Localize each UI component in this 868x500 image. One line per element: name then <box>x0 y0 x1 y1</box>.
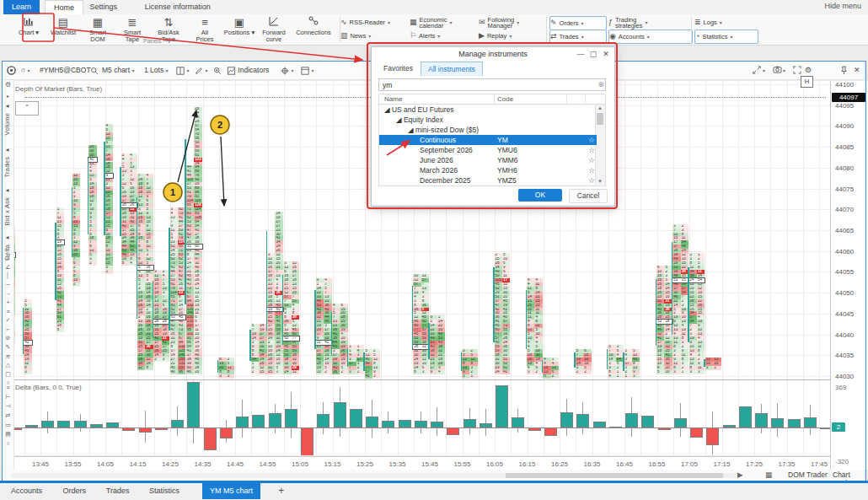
tab-favorites[interactable]: Favorites <box>377 62 420 75</box>
delta-bar[interactable] <box>415 421 427 427</box>
expand-rail-icon[interactable]: ▸ <box>3 93 13 99</box>
gear-icon[interactable]: ⚙ <box>3 81 13 89</box>
camera-icon[interactable] <box>773 66 782 75</box>
chevron-down-icon[interactable]: ▾ <box>437 34 440 39</box>
draw-icon[interactable]: ▾ <box>195 62 207 79</box>
delta-bar[interactable] <box>560 412 573 427</box>
ribbon-tab-learn[interactable]: Learn <box>3 0 40 14</box>
delta-bar[interactable] <box>804 417 817 427</box>
ribbon-button-news[interactable]: ▥News▾ <box>340 30 406 42</box>
column-code[interactable]: Code <box>497 95 513 103</box>
ribbon-button-smart[interactable]: ▦Smart DOM <box>81 15 115 43</box>
delta-bar[interactable] <box>334 402 346 427</box>
chevron-down-icon[interactable]: ▾ <box>730 35 732 40</box>
workspace-tab-statistics[interactable]: Statistics <box>142 483 187 499</box>
ribbon-button-economic[interactable]: ▦Economic calendar▾ <box>410 16 475 29</box>
ok-button[interactable]: OK <box>518 189 562 202</box>
delta-bar[interactable] <box>544 427 557 436</box>
delta-bar[interactable] <box>593 422 606 427</box>
delta-bar[interactable] <box>41 421 54 427</box>
delta-bar[interactable] <box>755 413 768 427</box>
chevron-down-icon[interactable]: ▾ <box>517 20 519 25</box>
clear-search-icon[interactable]: ⊗ <box>597 80 604 89</box>
ribbon-tab-home[interactable]: Home <box>45 0 83 15</box>
chevron-down-icon[interactable]: ▾ <box>581 35 584 40</box>
layout-icon[interactable]: ▾ <box>301 62 313 79</box>
delta-bar[interactable] <box>171 420 184 427</box>
instrument-row-equity-index[interactable]: ◢ Equity Index <box>379 115 597 125</box>
chevron-down-icon[interactable]: ▾ <box>783 66 785 74</box>
scrollbar-thumb[interactable] <box>506 473 723 478</box>
latest-price-button[interactable]: H <box>801 76 813 88</box>
timeframe-selector[interactable]: M5 chart ▾ <box>102 62 134 79</box>
instrument-row-continuous[interactable]: ContinuousYM☆ <box>379 135 597 145</box>
chart-logo-icon[interactable] <box>7 62 16 79</box>
scroll-right-icon[interactable]: ▶ <box>737 470 743 479</box>
ribbon-button-accounts[interactable]: ◉Accounts▾ <box>608 30 693 44</box>
close-icon[interactable]: ✕ <box>601 50 611 58</box>
resize-icon[interactable] <box>753 66 761 76</box>
search-icon[interactable] <box>90 62 99 79</box>
gear-icon[interactable]: ⚙ <box>805 66 812 74</box>
workspace-tab-trades[interactable]: Trades <box>99 483 137 499</box>
scroll-down-icon[interactable]: ▼ <box>597 179 603 184</box>
pin-icon[interactable] <box>840 66 848 77</box>
delta-bar[interactable] <box>204 427 217 450</box>
minimize-icon[interactable]: — <box>576 50 586 58</box>
delta-bar[interactable] <box>220 427 233 438</box>
crosshair-icon[interactable]: ▾ <box>281 62 293 79</box>
delta-tool-icon[interactable]: ⊢ <box>3 394 13 401</box>
connection-status-icon[interactable]: ○ ▾ <box>21 62 30 79</box>
draw-tool-icon[interactable]: ⌐ <box>3 326 13 332</box>
delta-bar[interactable] <box>463 419 476 427</box>
delta-bar[interactable] <box>788 419 801 427</box>
symbol-label[interactable]: #YMH5@CBOT <box>40 62 91 79</box>
delta-bar[interactable] <box>739 406 752 427</box>
draw-tool-icon[interactable]: ▢ <box>3 371 13 378</box>
maximize-icon[interactable]: ▢ <box>588 50 598 58</box>
instrument-row-june-2026[interactable]: June 2026YMM6☆ <box>379 155 597 165</box>
delta-bar[interactable] <box>74 421 87 427</box>
delta-tool-icon[interactable]: ⊣ <box>3 403 13 410</box>
ribbon-button-rss-reader[interactable]: ∿RSS-Reader▾ <box>340 16 406 29</box>
delta-bar[interactable] <box>269 413 281 427</box>
ribbon-button-forward[interactable]: Forward curve <box>257 15 291 43</box>
star-icon[interactable]: ☆ <box>588 175 595 185</box>
ribbon-button-orders[interactable]: ✎Orders▾ <box>549 16 607 30</box>
chevron-down-icon[interactable]: ▾ <box>720 20 722 25</box>
draw-tool-icon[interactable]: ∠ <box>3 264 13 271</box>
rail-panel-trades[interactable]: Trades ▸ <box>3 147 11 178</box>
instrument-list[interactable]: ▲ ▼ ◢ US and EU Futures◢ Equity Index◢ m… <box>378 105 606 186</box>
chevron-down-icon[interactable]: ▾ <box>647 35 650 40</box>
delta-bar[interactable] <box>706 427 719 445</box>
chevron-down-icon[interactable]: ▾ <box>449 20 452 25</box>
draw-tool-icon[interactable]: ╱ <box>3 255 13 261</box>
delta-bar[interactable] <box>366 417 378 427</box>
draw-tool-icon[interactable]: ≋ <box>3 353 13 360</box>
delta-bar[interactable] <box>771 418 784 427</box>
scroll-up-icon[interactable]: ▲ <box>597 105 603 110</box>
workspace-tab-orders[interactable]: Orders <box>56 483 94 499</box>
ribbon-button-trading[interactable]: ƒTrading strategies▾ <box>608 16 691 29</box>
ribbon-button-logs[interactable]: ≣Logs▾ <box>694 16 757 29</box>
ribbon-button-alerts[interactable]: ⚐Alerts▾ <box>410 30 475 42</box>
panels-icon[interactable]: ▾ <box>176 62 189 79</box>
column-name[interactable]: Name <box>384 95 402 103</box>
instrument-row-september-2026[interactable]: September 2026YMU6☆ <box>379 145 597 155</box>
delta-bar[interactable] <box>187 382 200 427</box>
delta-bar[interactable] <box>674 418 687 427</box>
hide-menu-button[interactable]: Hide menu <box>824 2 861 10</box>
instrument-row-december-2025[interactable]: December 2025YMZ5☆ <box>379 175 597 185</box>
delta-tool-icon[interactable]: ≡ <box>3 384 13 390</box>
draw-tool-icon[interactable]: △ <box>3 362 13 368</box>
delta-bar[interactable] <box>690 427 703 438</box>
draw-tool-icon[interactable]: ⊘ <box>3 335 13 341</box>
collapse-panel-button[interactable]: ⌃ <box>15 101 39 116</box>
delta-bar[interactable] <box>399 420 411 427</box>
workspace-tab-ym-m5-chart[interactable]: YM M5 chart <box>202 483 260 499</box>
delta-bar[interactable] <box>236 417 249 427</box>
star-icon[interactable]: ☆ <box>588 165 595 175</box>
delta-bar[interactable] <box>576 414 589 427</box>
ribbon-tab-license-information[interactable]: License information <box>137 0 219 14</box>
add-workspace-tab[interactable]: + <box>271 483 292 499</box>
